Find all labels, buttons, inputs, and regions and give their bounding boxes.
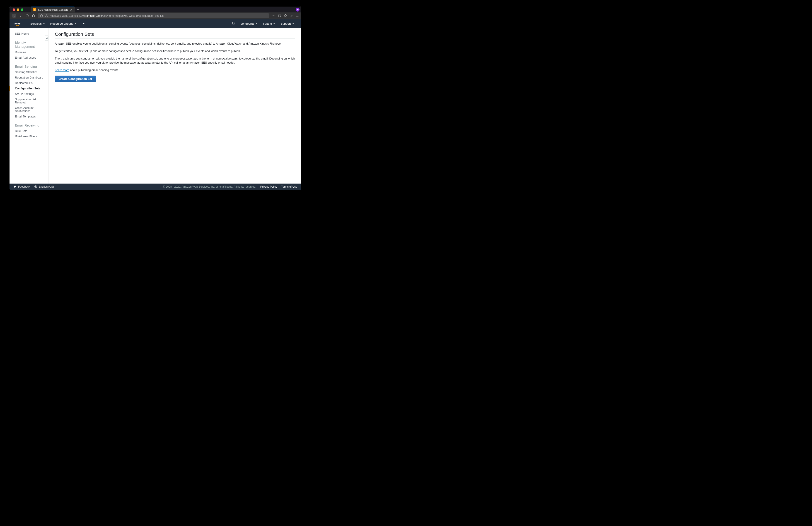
window-maximize-icon[interactable] <box>21 9 23 11</box>
nav-services-label: Services <box>30 22 42 25</box>
window-close-icon[interactable] <box>13 9 15 11</box>
svg-rect-4 <box>45 16 47 17</box>
nav-notifications[interactable] <box>229 22 238 25</box>
nav-region[interactable]: Ireland <box>260 22 278 25</box>
learn-more-line: Learn more about publishing email sendin… <box>55 68 295 72</box>
sidebar-item-reputation-dashboard[interactable]: Reputation Dashboard <box>15 75 45 80</box>
overflow-icon[interactable] <box>290 14 293 18</box>
sidebar-item-ses-home[interactable]: SES Home <box>15 31 45 36</box>
intro-paragraph-3: Then, each time you send an email, you p… <box>55 57 295 65</box>
footer-privacy-link[interactable]: Privacy Policy <box>260 185 277 188</box>
pin-icon <box>82 22 85 25</box>
forward-icon[interactable] <box>19 14 23 18</box>
tab-title: SES Management Console <box>38 9 68 11</box>
home-icon[interactable] <box>32 14 35 18</box>
chevron-down-icon <box>43 23 45 24</box>
sidebar-item-domains[interactable]: Domains <box>15 49 45 55</box>
sidebar-item-ip-address-filters[interactable]: IP Address Filters <box>15 134 45 139</box>
main-content: Configuration Sets Amazon SES enables yo… <box>48 28 301 183</box>
nav-account[interactable]: sendportal <box>238 22 260 25</box>
intro-paragraph-2: To get started, you first set up one or … <box>55 49 295 54</box>
sidebar-item-configuration-sets[interactable]: Configuration Sets <box>15 86 45 91</box>
nav-resource-groups-label: Resource Groups <box>50 22 73 25</box>
footer-feedback-label: Feedback <box>18 185 30 188</box>
footer-terms-link[interactable]: Terms of Use <box>281 185 297 188</box>
sidebar-item-cross-account-notifications[interactable]: Cross-Account Notifications <box>15 105 45 114</box>
footer-feedback[interactable]: Feedback <box>14 185 30 188</box>
menu-icon[interactable] <box>295 14 299 18</box>
create-configuration-set-button[interactable]: Create Configuration Set <box>55 76 96 82</box>
chevron-down-icon <box>273 23 275 24</box>
globe-icon <box>34 185 38 188</box>
sidebar: ◀ SES Home Identity Management Domains E… <box>10 28 48 183</box>
learn-more-link[interactable]: Learn more <box>55 69 69 72</box>
bell-icon <box>232 22 235 25</box>
nav-support[interactable]: Support <box>278 22 297 25</box>
footer-language[interactable]: English (US) <box>34 185 54 188</box>
pocket-icon[interactable] <box>278 14 281 18</box>
url-bar[interactable]: https://eu-west-1.console.aws.amazon.com… <box>38 13 269 18</box>
aws-top-nav: aws Services Resource Groups sendportal … <box>10 19 301 28</box>
sidebar-heading-email-sending: Email Sending <box>15 64 45 69</box>
chevron-down-icon <box>292 23 294 24</box>
reload-icon[interactable] <box>25 14 29 18</box>
nav-services[interactable]: Services <box>28 22 47 25</box>
new-tab-button[interactable]: + <box>77 7 79 12</box>
intro-paragraph-1: Amazon SES enables you to publish email … <box>55 42 295 46</box>
chevron-down-icon <box>256 23 258 24</box>
aws-logo[interactable]: aws <box>14 21 21 26</box>
svg-point-1 <box>298 10 298 10</box>
footer-copyright: © 2008 - 2020, Amazon Web Services, Inc.… <box>163 185 256 188</box>
sidebar-heading-email-receiving: Email Receiving <box>15 123 45 127</box>
divider <box>55 38 295 39</box>
sidebar-item-suppression-list-removal[interactable]: Suppression List Removal <box>15 97 45 105</box>
browser-tab[interactable]: SES Management Console ✕ <box>31 6 75 13</box>
nav-account-label: sendportal <box>241 22 255 25</box>
browser-toolbar: https://eu-west-1.console.aws.amazon.com… <box>10 13 301 19</box>
bookmark-star-icon[interactable] <box>284 14 287 18</box>
favicon-icon <box>33 8 36 11</box>
sidebar-collapse-handle[interactable]: ◀ <box>45 35 48 41</box>
more-dots-icon[interactable]: ••• <box>272 14 276 18</box>
svg-point-0 <box>297 10 298 10</box>
lock-icon <box>45 14 48 17</box>
page-title: Configuration Sets <box>55 31 295 37</box>
window-minimize-icon[interactable] <box>17 9 19 11</box>
tab-close-icon[interactable]: ✕ <box>70 8 72 12</box>
sidebar-item-sending-statistics[interactable]: Sending Statistics <box>15 70 45 75</box>
shield-icon <box>40 14 43 17</box>
nav-pin[interactable] <box>79 22 88 25</box>
url-text: https://eu-west-1.console.aws.amazon.com… <box>50 14 164 17</box>
aws-footer: Feedback English (US) © 2008 - 2020, Ama… <box>10 183 301 190</box>
chevron-down-icon <box>75 23 76 24</box>
nav-region-label: Ireland <box>263 22 272 25</box>
back-icon[interactable] <box>12 14 16 18</box>
sidebar-item-dedicated-ips[interactable]: Dedicated IPs <box>15 80 45 86</box>
extension-badge-icon[interactable] <box>296 8 300 12</box>
speech-bubble-icon <box>14 185 17 188</box>
svg-rect-3 <box>34 9 35 11</box>
footer-language-label: English (US) <box>39 185 54 188</box>
sidebar-item-email-addresses[interactable]: Email Addresses <box>15 55 45 60</box>
browser-tab-strip: SES Management Console ✕ + <box>10 6 301 13</box>
sidebar-item-rule-sets[interactable]: Rule Sets <box>15 128 45 134</box>
sidebar-heading-identity: Identity Management <box>15 41 45 49</box>
sidebar-item-smtp-settings[interactable]: SMTP Settings <box>15 91 45 97</box>
nav-support-label: Support <box>280 22 291 25</box>
sidebar-item-email-templates[interactable]: Email Templates <box>15 114 45 119</box>
nav-resource-groups[interactable]: Resource Groups <box>47 22 79 25</box>
